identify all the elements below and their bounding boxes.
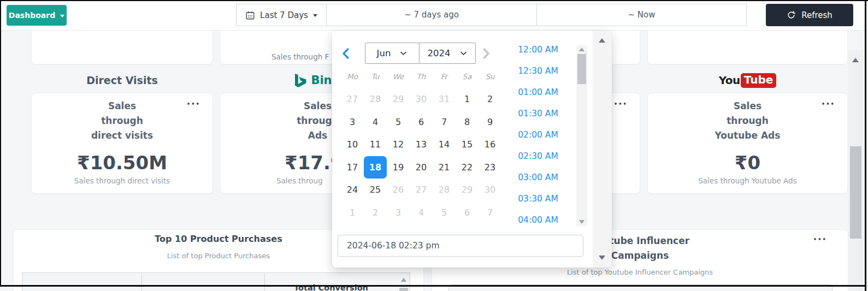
section-heading-youtube: You Tube xyxy=(647,72,848,89)
calendar-day[interactable]: 18 xyxy=(364,156,387,179)
calendar-day[interactable]: 2 xyxy=(479,88,501,111)
month-select[interactable]: Jun xyxy=(365,43,420,64)
calendar-day[interactable]: 14 xyxy=(433,133,456,156)
time-option[interactable]: 02:00 AM xyxy=(508,124,568,145)
page-scrollbar-thumb[interactable] xyxy=(850,146,861,239)
section-heading-direct-visits: Direct Visits xyxy=(31,72,213,89)
calendar-day: 30 xyxy=(410,88,433,111)
calendar-day[interactable]: 6 xyxy=(410,111,433,134)
card-subtitle: List of top Youtube Influencer Campaigns xyxy=(432,268,848,276)
dashboard-button-label: Dashboard xyxy=(9,11,55,20)
weekday-label: Sa xyxy=(456,71,479,82)
youtube-logo-tube: Tube xyxy=(741,73,777,88)
time-option[interactable]: 03:30 AM xyxy=(508,188,568,209)
time-scrollbar-thumb[interactable] xyxy=(577,54,586,84)
year-select[interactable]: 2024 xyxy=(419,43,476,64)
datetime-input[interactable]: 2024-06-18 02:23 pm xyxy=(338,235,583,257)
chevron-down-icon xyxy=(399,49,408,57)
calendar-day[interactable]: 20 xyxy=(410,156,433,179)
calendar-grid: 2728293031123456789101112131415161718192… xyxy=(341,88,501,224)
card-menu-button[interactable]: ••• xyxy=(614,101,628,107)
kpi-title-line: through xyxy=(32,115,212,126)
calendar-day: 5 xyxy=(433,201,456,224)
time-option[interactable]: 04:00 AM xyxy=(508,209,568,230)
chevron-down-icon xyxy=(313,14,317,17)
calendar-day: 28 xyxy=(433,179,456,201)
scroll-down-icon[interactable] xyxy=(579,220,584,224)
calendar-day[interactable]: 8 xyxy=(456,111,479,134)
time-option[interactable]: 01:00 AM xyxy=(508,81,568,103)
scroll-up-icon[interactable] xyxy=(852,58,859,62)
refresh-button[interactable]: Refresh xyxy=(766,4,853,26)
calendar-day[interactable]: 10 xyxy=(341,133,364,156)
calendar-day[interactable]: 22 xyxy=(456,156,479,179)
calendar-day: 3 xyxy=(387,201,410,224)
time-option[interactable]: 03:00 AM xyxy=(508,167,568,188)
next-month-icon[interactable] xyxy=(479,47,492,60)
calendar-icon xyxy=(245,10,255,20)
prev-month-icon[interactable] xyxy=(340,47,353,60)
range-from-input[interactable]: ~ 7 days ago xyxy=(326,4,537,26)
kpi-title-line: Youtube Ads xyxy=(648,130,847,141)
calendar-day[interactable]: 24 xyxy=(341,179,364,201)
time-option[interactable]: 12:30 AM xyxy=(508,60,568,81)
weekday-label: We xyxy=(387,71,410,82)
calendar-day[interactable]: 11 xyxy=(364,133,387,156)
kpi-title-line: Sales xyxy=(32,100,212,111)
date-range-button[interactable]: Last 7 Days xyxy=(236,4,327,26)
chevron-down-icon xyxy=(60,15,64,17)
page-scrollbar[interactable] xyxy=(848,50,863,291)
bing-logo-icon xyxy=(295,74,308,87)
table-scrollbar-thumb[interactable] xyxy=(399,288,408,291)
kpi-value: ₹10.50M xyxy=(32,152,212,174)
year-select-value: 2024 xyxy=(428,48,451,58)
time-option[interactable]: 02:30 AM xyxy=(508,145,568,167)
calendar-day[interactable]: 3 xyxy=(341,111,364,134)
datetime-picker-popup: Jun 2024 MoTuWeThFrSaSu 2728293031123456… xyxy=(332,31,612,268)
calendar-day: 2 xyxy=(364,201,387,224)
range-to-input[interactable]: ~ Now xyxy=(536,4,747,26)
table-header-total-conversion: Total Conversion xyxy=(264,283,398,291)
calendar-day[interactable]: 23 xyxy=(479,156,501,179)
kpi-card-direct-visits: ••• Sales through direct visits ₹10.50M … xyxy=(31,93,213,194)
calendar-day[interactable]: 25 xyxy=(364,179,387,201)
calendar-day[interactable]: 1 xyxy=(456,88,479,111)
time-list-scrollbar[interactable] xyxy=(576,45,587,226)
kpi-title-line: direct visits xyxy=(32,130,212,141)
time-option[interactable]: 01:30 AM xyxy=(508,103,568,124)
partial-card-caption-fragment: Sales through F xyxy=(271,52,329,61)
popup-scrollbar[interactable] xyxy=(593,31,612,268)
calendar-day[interactable]: 7 xyxy=(433,111,456,134)
date-range-label: Last 7 Days xyxy=(260,10,308,20)
calendar-day: 6 xyxy=(456,201,479,224)
calendar-day: 27 xyxy=(410,179,433,201)
scroll-down-icon[interactable] xyxy=(599,256,605,260)
weekday-label: Mo xyxy=(341,71,364,82)
calendar-day[interactable]: 12 xyxy=(387,133,410,156)
calendar-day[interactable]: 13 xyxy=(410,133,433,156)
calendar-day: 4 xyxy=(410,201,433,224)
weekday-label: Tu xyxy=(364,71,387,82)
kpi-caption: Sales throug xyxy=(276,176,323,185)
refresh-icon xyxy=(787,10,796,20)
scroll-up-icon[interactable] xyxy=(401,278,406,282)
toolbar: Dashboard Last 7 Days ~ 7 days ago ~ Now xyxy=(0,0,868,31)
section-heading-label: Direct Visits xyxy=(86,74,158,86)
calendar-day[interactable]: 4 xyxy=(364,111,387,134)
calendar-day[interactable]: 17 xyxy=(341,156,364,179)
calendar-day: 29 xyxy=(456,179,479,201)
refresh-button-label: Refresh xyxy=(801,10,832,20)
calendar-day[interactable]: 16 xyxy=(479,133,501,156)
calendar-day[interactable]: 19 xyxy=(387,156,410,179)
scroll-up-icon[interactable] xyxy=(599,38,605,43)
calendar-day: 28 xyxy=(364,88,387,111)
calendar-day[interactable]: 21 xyxy=(433,156,456,179)
table-scrollbar[interactable] xyxy=(398,273,410,291)
weekday-label: Th xyxy=(410,71,433,82)
scroll-up-icon[interactable] xyxy=(579,47,584,51)
dashboard-menu-button[interactable]: Dashboard xyxy=(7,5,67,26)
calendar-day[interactable]: 15 xyxy=(456,133,479,156)
calendar-day[interactable]: 9 xyxy=(479,111,501,134)
time-option[interactable]: 12:00 AM xyxy=(508,39,568,60)
calendar-day[interactable]: 5 xyxy=(387,111,410,134)
